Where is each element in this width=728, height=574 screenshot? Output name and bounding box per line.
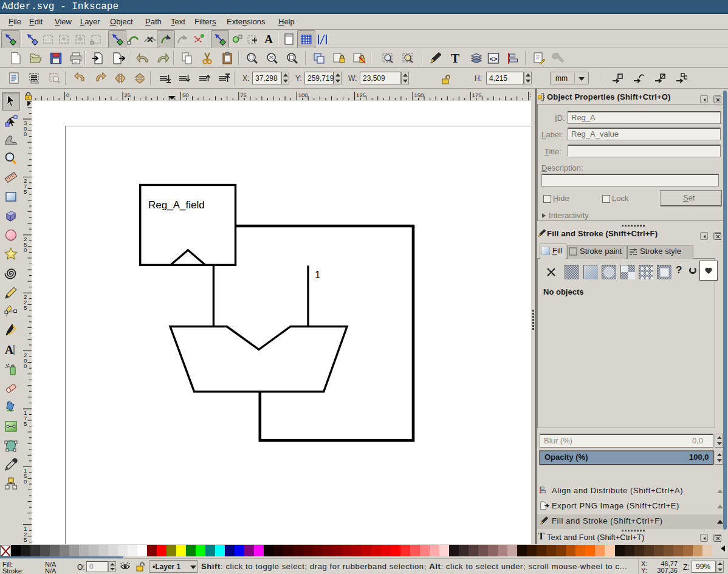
- svg-text:T: T: [538, 531, 544, 541]
- svg-text:0: 0: [24, 131, 27, 137]
- svg-text:50: 50: [182, 92, 189, 98]
- svg-text:150: 150: [414, 92, 424, 98]
- svg-text:75: 75: [240, 92, 247, 98]
- svg-text:5: 5: [24, 304, 27, 311]
- svg-text:A: A: [5, 343, 14, 357]
- svg-text:0: 0: [24, 247, 27, 253]
- svg-text:5: 5: [24, 536, 27, 543]
- svg-text:0: 0: [66, 92, 69, 98]
- svg-text:0: 0: [24, 363, 27, 369]
- svg-text:Reg_A_field: Reg_A_field: [148, 199, 205, 211]
- svg-text:175: 175: [472, 92, 482, 98]
- svg-text:A: A: [264, 33, 273, 46]
- svg-text:0: 0: [24, 478, 27, 485]
- svg-text:T: T: [451, 51, 459, 66]
- svg-text:1: 1: [315, 269, 320, 281]
- svg-text:5: 5: [24, 188, 27, 195]
- svg-text:5: 5: [24, 420, 27, 427]
- svg-text:125: 125: [356, 92, 366, 98]
- svg-text:<>: <>: [489, 56, 498, 63]
- svg-text:100: 100: [298, 92, 308, 98]
- svg-text:25: 25: [125, 92, 131, 98]
